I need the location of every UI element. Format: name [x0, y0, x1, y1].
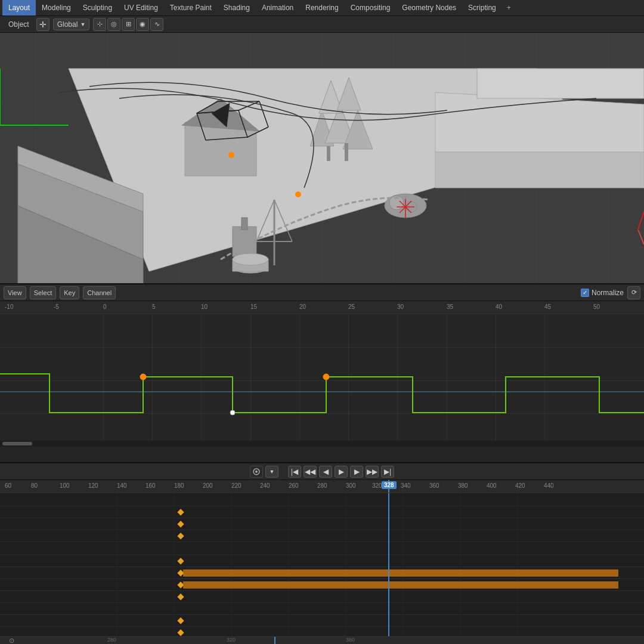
footer-playhead [274, 637, 275, 645]
menu-item-texture-paint[interactable]: Texture Paint [164, 0, 218, 16]
ruler-tick--10: -10 [5, 301, 13, 310]
tl-row-12 [0, 627, 644, 636]
tl-tick-360: 360 [429, 480, 439, 489]
skip-to-end-button[interactable]: ▶| [381, 466, 394, 478]
tl-tick-80: 80 [31, 480, 38, 489]
menu-item-rendering[interactable]: Rendering [299, 0, 344, 16]
tl-tick-60: 60 [5, 480, 11, 489]
ruler-tick-25: 25 [348, 301, 355, 310]
menu-item-uv-editing[interactable]: UV Editing [118, 0, 164, 16]
footer-tick-280: 280 [107, 637, 116, 643]
graph-key-btn[interactable]: Key [60, 286, 79, 299]
graph-editor: View Select Key Channel ✓ Normalize ⟳ -1… [0, 283, 644, 462]
skip-to-start-button[interactable]: |◀ [288, 466, 301, 478]
tl-tick-420: 420 [515, 480, 525, 489]
menu-item-animation[interactable]: Animation [256, 0, 299, 16]
svg-point-61 [323, 374, 329, 380]
normalize-refresh-btn[interactable]: ⟳ [627, 286, 640, 299]
transform-icon[interactable]: ✛ [36, 18, 49, 31]
tl-tick-140: 140 [117, 480, 127, 489]
tl-tick-320: 320 [372, 480, 382, 489]
menu-item-sculpting[interactable]: Sculpting [77, 0, 118, 16]
svg-point-64 [255, 470, 258, 473]
svg-rect-33 [327, 146, 330, 161]
snap-icon[interactable]: ⊹ [93, 18, 106, 31]
graph-toolbar: View Select Key Channel ✓ Normalize ⟳ [0, 284, 644, 301]
svg-point-60 [140, 374, 146, 380]
menu-item-compositing[interactable]: Compositing [345, 0, 397, 16]
tl-row-1 [0, 493, 644, 506]
curve-icon[interactable]: ∿ [150, 18, 163, 31]
normalize-checkbox[interactable]: ✓ [581, 289, 589, 297]
keyframe-8 [177, 617, 184, 624]
record-button[interactable] [250, 466, 263, 478]
tl-tick-340: 340 [401, 480, 411, 489]
toolbar-mid-icons: ⊹ ◎ ⊞ ◉ ∿ [93, 18, 163, 31]
viewport-3d[interactable] [0, 33, 644, 283]
svg-marker-24 [477, 69, 644, 98]
keyframe-7 [177, 593, 184, 600]
frame-back-button[interactable]: ◀ [319, 466, 332, 478]
tl-row-7 [0, 567, 644, 579]
svg-rect-34 [345, 143, 348, 161]
global-label: Global [57, 20, 78, 29]
timeline-content[interactable] [0, 493, 644, 636]
play-button[interactable]: ▶ [335, 466, 348, 478]
ruler-tick-30: 30 [397, 301, 404, 310]
tl-row-4 [0, 530, 644, 542]
tl-tick-220: 220 [231, 480, 242, 489]
ruler-tick-0: 0 [103, 301, 107, 310]
proportional-icon[interactable]: ◎ [107, 18, 120, 31]
tl-tick-100: 100 [60, 480, 70, 489]
ruler-tick-40: 40 [496, 301, 502, 310]
graph-ruler: -10 -5 0 5 10 15 20 25 30 35 40 45 50 [0, 301, 644, 314]
graph-select-btn[interactable]: Select [30, 286, 57, 299]
keyframe-9 [177, 629, 184, 636]
dropdown-arrow[interactable]: ▼ [265, 466, 278, 478]
menu-item-layout[interactable]: Layout [2, 0, 36, 16]
menu-item-geometry-nodes[interactable]: Geometry Nodes [396, 0, 462, 16]
menu-item-scripting[interactable]: Scripting [462, 0, 502, 16]
overlay-icon[interactable]: ◉ [136, 18, 149, 31]
playhead-line [388, 493, 389, 636]
grid-icon[interactable]: ⊞ [122, 18, 135, 31]
tl-tick-300: 300 [346, 480, 356, 489]
graph-channel-btn[interactable]: Channel [83, 286, 116, 299]
svg-marker-23 [435, 152, 644, 188]
graph-scrollbar[interactable] [0, 441, 644, 447]
graph-svg [0, 314, 644, 447]
svg-point-56 [233, 253, 268, 265]
scene-svg [0, 33, 644, 283]
tl-row-10 [0, 603, 644, 615]
svg-point-47 [295, 191, 301, 197]
graph-scroll-thumb[interactable] [2, 442, 32, 445]
tl-tick-260: 260 [289, 480, 299, 489]
svg-point-27 [228, 152, 234, 158]
tl-row-9 [0, 591, 644, 603]
tl-row-6 [0, 555, 644, 567]
global-dropdown[interactable]: Global ▼ [53, 18, 90, 30]
tl-tick-120: 120 [88, 480, 98, 489]
footer-tick-320: 320 [227, 637, 236, 643]
svg-point-62 [230, 410, 235, 415]
timeline-ruler: 60 80 100 120 140 160 180 200 220 240 26… [0, 480, 644, 493]
menu-item-modeling[interactable]: Modeling [36, 0, 77, 16]
add-workspace-button[interactable]: + [502, 4, 516, 12]
ruler-tick-20: 20 [299, 301, 306, 310]
keyframe-4 [177, 558, 184, 564]
tl-tick-400: 400 [487, 480, 497, 489]
keyframe-3 [177, 532, 184, 539]
toolbar-left-icons: ✛ [36, 18, 49, 31]
step-back-button[interactable]: ◀◀ [304, 466, 317, 478]
tl-tick-240: 240 [260, 480, 270, 489]
graph-view-btn[interactable]: View [4, 286, 26, 299]
object-mode-label: Object [5, 19, 33, 30]
tl-row-3 [0, 518, 644, 530]
ruler-tick-45: 45 [544, 301, 551, 310]
tl-tick-160: 160 [145, 480, 156, 489]
graph-canvas[interactable] [0, 314, 644, 447]
frame-forward-button[interactable]: ▶ [350, 466, 363, 478]
step-forward-button[interactable]: ▶▶ [366, 466, 379, 478]
menu-item-shading[interactable]: Shading [218, 0, 256, 16]
second-toolbar: Object ✛ Global ▼ ⊹ ◎ ⊞ ◉ ∿ [0, 16, 644, 33]
